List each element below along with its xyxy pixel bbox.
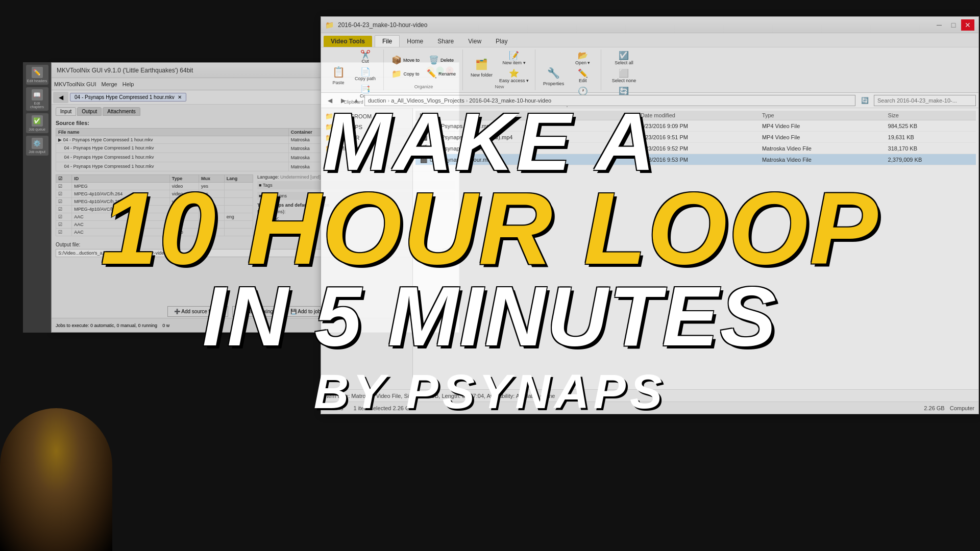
title-line1: MAKE A bbox=[323, 101, 657, 183]
presenter-silhouette bbox=[0, 408, 112, 551]
video-title-overlay: MAKE A 10 HOUR LOOP IN 5 MINUTES BY PSYN… bbox=[0, 0, 980, 551]
title-line2: 10 HOUR LOOP bbox=[101, 178, 879, 280]
title-line3: IN 5 MINUTES bbox=[203, 274, 778, 359]
title-byline: BY PSYNAPS bbox=[314, 364, 667, 419]
presenter-photo bbox=[0, 408, 112, 551]
